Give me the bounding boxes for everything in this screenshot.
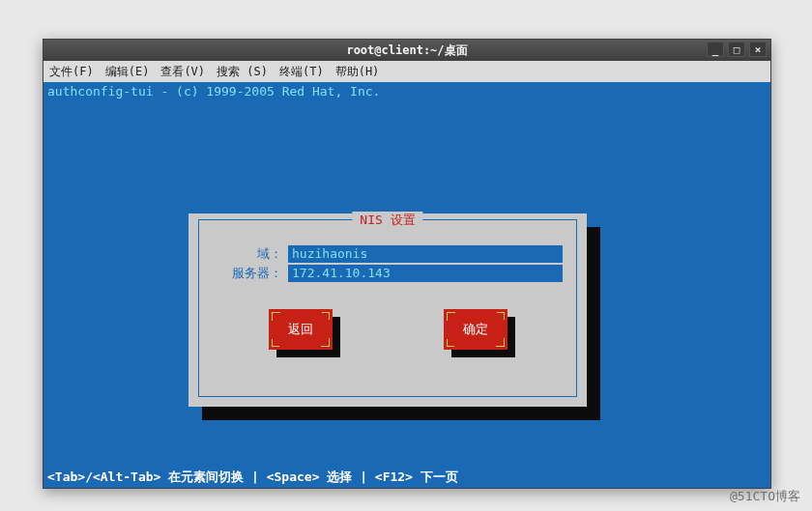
server-row: 服务器： [213, 265, 563, 282]
terminal-area: authconfig-tui - (c) 1999-2005 Red Hat, … [44, 82, 770, 488]
ok-button-label: 确定 [463, 321, 488, 338]
dialog-title: NIS 设置 [352, 212, 422, 229]
domain-input[interactable] [288, 245, 563, 263]
app-header-text: authconfig-tui - (c) 1999-2005 Red Hat, … [44, 82, 770, 100]
menu-terminal[interactable]: 终端(T) [279, 64, 324, 80]
titlebar: root@client:~/桌面 _ □ × [44, 40, 770, 61]
menu-help[interactable]: 帮助(H) [335, 64, 380, 80]
menu-search[interactable]: 搜索 (S) [217, 64, 268, 80]
menu-edit[interactable]: 编辑(E) [105, 64, 150, 80]
maximize-button[interactable]: □ [728, 42, 745, 57]
watermark: @51CTO博客 [730, 488, 800, 505]
footer-text: <Tab>/<Alt-Tab> 在元素间切换 | <Space> 选择 | <F… [47, 469, 458, 484]
server-label: 服务器： [213, 265, 282, 282]
dialog-border: NIS 设置 域： 服务器： 返回 [198, 219, 577, 397]
ok-button-wrap: 确定 [444, 309, 508, 350]
ok-button[interactable]: 确定 [444, 309, 508, 350]
window-title: root@client:~/桌面 [346, 43, 467, 59]
close-button[interactable]: × [749, 42, 767, 57]
menu-view[interactable]: 查看(V) [160, 64, 205, 80]
window-controls: _ □ × [707, 42, 767, 57]
footer-help-text: <Tab>/<Alt-Tab> 在元素间切换 | <Space> 选择 | <F… [44, 467, 770, 488]
back-button-label: 返回 [288, 321, 313, 338]
domain-row: 域： [213, 245, 563, 263]
minimize-button[interactable]: _ [707, 42, 724, 57]
menubar: 文件(F) 编辑(E) 查看(V) 搜索 (S) 终端(T) 帮助(H) [44, 61, 770, 82]
terminal-window: root@client:~/桌面 _ □ × 文件(F) 编辑(E) 查看(V)… [43, 39, 771, 489]
back-button[interactable]: 返回 [269, 309, 333, 350]
nis-settings-dialog: NIS 设置 域： 服务器： 返回 [188, 213, 587, 407]
dialog-button-row: 返回 确定 [213, 309, 563, 350]
back-button-wrap: 返回 [269, 309, 333, 350]
menu-file[interactable]: 文件(F) [49, 64, 94, 80]
server-input[interactable] [288, 265, 563, 282]
domain-label: 域： [213, 245, 282, 263]
